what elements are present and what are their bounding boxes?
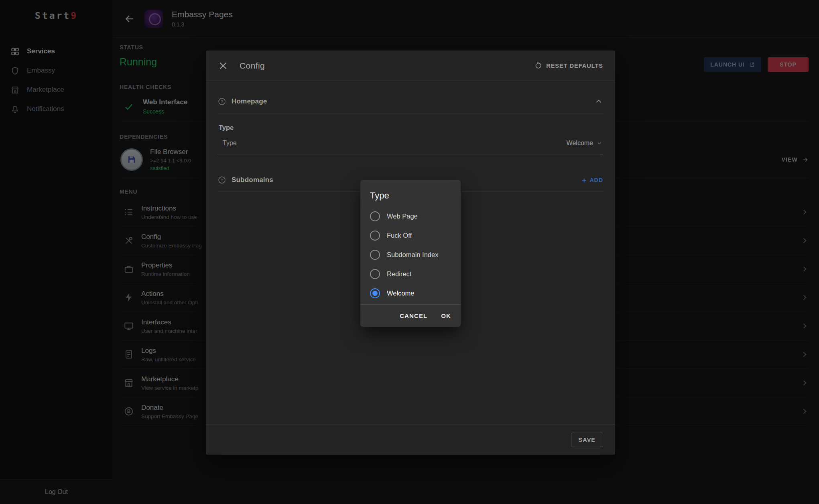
radio-icon <box>370 269 380 279</box>
ok-button[interactable]: OK <box>441 312 451 319</box>
radio-option-web-page[interactable]: Web Page <box>360 206 461 226</box>
alert-title: Type <box>360 180 461 206</box>
radio-selected-icon <box>370 288 380 298</box>
type-alert-dialog: Type Web Page Fuck Off Subdomain Index R… <box>360 180 461 327</box>
radio-icon <box>370 250 380 260</box>
cancel-button[interactable]: CANCEL <box>400 312 427 319</box>
radio-option-welcome[interactable]: Welcome <box>360 283 461 303</box>
radio-option-fuck-off[interactable]: Fuck Off <box>360 226 461 245</box>
radio-icon <box>370 211 380 221</box>
radio-option-redirect[interactable]: Redirect <box>360 264 461 283</box>
radio-icon <box>370 231 380 241</box>
radio-option-subdomain-index[interactable]: Subdomain Index <box>360 245 461 264</box>
